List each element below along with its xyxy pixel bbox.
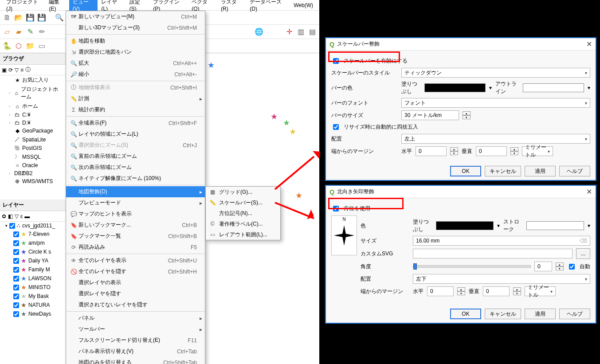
menubar-item[interactable]: データベース(D) bbox=[246, 0, 290, 14]
decoration-menu-item[interactable]: 方位記号(N)... bbox=[206, 208, 280, 219]
decoration-menu-item[interactable]: ©著作権ラベル(C)... bbox=[206, 219, 280, 229]
browser-item[interactable]: ○Oracle bbox=[0, 161, 66, 169]
north-svg-browse[interactable]: ... bbox=[576, 248, 590, 259]
north-horiz-spinner[interactable]: ▴▾ bbox=[457, 287, 465, 295]
tool-a-icon[interactable]: ▥ bbox=[295, 27, 306, 37]
help-button[interactable]: ヘルプ bbox=[559, 166, 590, 176]
world-icon[interactable]: 🌐 bbox=[254, 27, 264, 37]
angle-slider[interactable] bbox=[413, 265, 531, 268]
map-feature-star[interactable]: ★ bbox=[208, 60, 215, 70]
view-menu-item[interactable]: 地図整飾(D)▸ bbox=[66, 186, 205, 197]
layer-item[interactable]: ★MINISTO bbox=[0, 283, 66, 292]
edit-node-icon[interactable]: ✏ bbox=[36, 27, 47, 37]
layer-item[interactable]: ★am/pm bbox=[0, 239, 66, 247]
layers-style-icon[interactable]: ✿ bbox=[2, 213, 6, 219]
fill-color-dropdown[interactable]: ▾ bbox=[489, 85, 492, 91]
browser-tree[interactable]: ★お気に入り›⌂プロジェクトホーム›⌂ホーム›🗀C:¥›🗀D:¥◆GeoPack… bbox=[0, 75, 66, 200]
browser-item[interactable]: ›🗀D:¥ bbox=[0, 119, 66, 127]
view-menu-item[interactable]: ツールバー▸ bbox=[66, 324, 205, 335]
layer-item[interactable]: ★NewDays bbox=[0, 309, 66, 318]
layer-item[interactable]: ★NATURA bbox=[0, 301, 66, 309]
layer-item[interactable]: ★Circle K s bbox=[0, 247, 66, 256]
browser-item[interactable]: ★お気に入り bbox=[0, 75, 66, 85]
north-help-button[interactable]: ヘルプ bbox=[559, 309, 590, 319]
new-project-icon[interactable]: 🗎 bbox=[2, 12, 12, 23]
save-icon[interactable]: 💾 bbox=[25, 12, 35, 23]
edit-line-icon[interactable]: ▰ bbox=[13, 27, 24, 37]
view-menu-item[interactable]: ✋地図を移動 bbox=[66, 35, 205, 47]
cancel-button[interactable]: キャンセル bbox=[485, 166, 521, 176]
layers-tree[interactable]: ▾ ∴ cvs_jgd2011_★7-Eleven★am/pm★Circle K… bbox=[0, 222, 66, 364]
north-place-select[interactable]: 左下▾ bbox=[413, 274, 590, 284]
place-select[interactable]: 左上▾ bbox=[401, 134, 590, 144]
view-menu-item[interactable]: 💬マップのヒントを表示 bbox=[66, 208, 205, 219]
view-menu-item[interactable]: ⟳再読み込みF5 bbox=[66, 242, 205, 253]
menubar-item[interactable]: Web(W) bbox=[290, 0, 317, 10]
menubar-item[interactable]: プロジェクト(J) bbox=[3, 0, 45, 14]
font-select[interactable]: フォント▾ bbox=[401, 98, 590, 108]
edit-poly-icon[interactable]: ▱ bbox=[2, 27, 12, 37]
view-menu-item[interactable]: Σ統計の要約 bbox=[66, 104, 205, 115]
layer-item[interactable]: ★Family M bbox=[0, 265, 66, 274]
target-icon[interactable]: ✛ bbox=[284, 27, 294, 37]
decoration-menu-item[interactable]: 📏スケールバー(S)... bbox=[206, 197, 280, 208]
folder-icon[interactable]: 📁 bbox=[25, 41, 35, 51]
layers-add-icon[interactable]: ◧ bbox=[8, 213, 13, 219]
view-menu-item[interactable]: 🔍レイヤの領域にズーム(L) bbox=[66, 129, 205, 140]
browser-filter-icon[interactable]: ▽ bbox=[15, 67, 19, 73]
view-menu-item[interactable]: 🔍ネイティブ解像度にズーム (100%) bbox=[66, 173, 205, 184]
browser-refresh-icon[interactable]: ⟳ bbox=[8, 67, 13, 73]
layer-item[interactable]: ★My Bask bbox=[0, 292, 66, 301]
view-menu-item[interactable]: 🔎縮小Ctrl+Alt+- bbox=[66, 69, 205, 80]
browser-item[interactable]: ⊕WMS/WMTS bbox=[0, 177, 66, 185]
browser-info-icon[interactable]: ⓘ bbox=[25, 66, 31, 74]
view-menu-item[interactable]: パネル▸ bbox=[66, 313, 205, 324]
view-menu-item[interactable]: パネル表示切り替え(V)Ctrl+Tab bbox=[66, 346, 205, 357]
north-stroke-dropdown[interactable]: ▾ bbox=[588, 223, 590, 229]
north-horiz-input[interactable]: 0 bbox=[427, 286, 454, 296]
view-menu-item[interactable]: フルスクリーンモード切り替え(E)F11 bbox=[66, 335, 205, 346]
browser-item[interactable]: ›⌂プロジェクトホーム bbox=[0, 85, 66, 102]
view-menu-item[interactable]: 🗺新しいマップビュー(M)Ctrl+M bbox=[66, 11, 205, 22]
view-menu[interactable]: 🗺新しいマップビュー(M)Ctrl+M新しい3Dマップビュー(3)Ctrl+Sh… bbox=[66, 11, 205, 364]
snap-checkbox[interactable] bbox=[333, 124, 339, 130]
view-menu-item[interactable]: 地図のみを切り替えるCtrl+Shift+Tab bbox=[66, 357, 205, 364]
view-menu-item[interactable]: 🔖新しいブックマーク...Ctrl+B bbox=[66, 219, 205, 231]
view-menu-item[interactable]: 🔍直前の表示領域にズーム bbox=[66, 151, 205, 162]
decoration-submenu[interactable]: ▦グリッド(G)...📏スケールバー(S)...方位記号(N)...©著作権ラベ… bbox=[205, 186, 281, 240]
view-menu-item[interactable]: 選択レイヤの表示 bbox=[66, 277, 205, 288]
browser-item[interactable]: ◆GeoPackage bbox=[0, 127, 66, 135]
zoom-in-icon[interactable]: 🔍 bbox=[54, 12, 65, 23]
vert-input[interactable]: 0 bbox=[476, 146, 507, 156]
view-menu-item[interactable]: 選択レイヤを隠す bbox=[66, 288, 205, 299]
layer-item[interactable]: ★7-Eleven bbox=[0, 230, 66, 239]
layer-item[interactable]: ★Daily YA bbox=[0, 256, 66, 265]
map-feature-star[interactable]: ★ bbox=[271, 112, 278, 121]
close-icon[interactable]: ✕ bbox=[586, 188, 592, 196]
angle-spinner[interactable]: ▴▾ bbox=[556, 262, 564, 270]
layer-icon[interactable]: ▭ bbox=[36, 41, 47, 51]
view-menu-item[interactable]: プレビューモード▸ bbox=[66, 197, 205, 208]
layers-expr-icon[interactable]: ε bbox=[20, 213, 23, 219]
menubar-item[interactable]: ラスタ(R) bbox=[217, 0, 246, 14]
view-menu-item[interactable]: 選択されてないレイヤを隠す bbox=[66, 299, 205, 310]
decoration-menu-item[interactable]: ▭レイアウト範囲(L)... bbox=[206, 229, 280, 240]
size-spinner[interactable]: ▴▾ bbox=[463, 111, 471, 119]
layer-item[interactable]: ★LAWSON bbox=[0, 274, 66, 283]
size-input[interactable]: 30 メートル/km bbox=[401, 110, 459, 120]
north-vert-input[interactable]: 0 bbox=[483, 286, 510, 296]
view-menu-item[interactable]: 🔍拡大Ctrl+Alt++ bbox=[66, 58, 205, 69]
north-fill-dropdown[interactable]: ▾ bbox=[497, 223, 500, 229]
outline-color-swatch[interactable] bbox=[523, 83, 584, 92]
ok-button[interactable]: OK bbox=[450, 166, 481, 176]
view-menu-item[interactable]: ⇲選択部分に地図をパン bbox=[66, 47, 205, 58]
open-project-icon[interactable]: 📂 bbox=[13, 12, 24, 23]
map-feature-star[interactable]: ★ bbox=[283, 118, 290, 128]
north-ok-button[interactable]: OK bbox=[450, 309, 481, 319]
browser-collapse-icon[interactable]: ≡ bbox=[20, 67, 24, 73]
view-menu-item[interactable]: 👁全てのレイヤを表示Ctrl+Shift+U bbox=[66, 255, 205, 266]
vert-spinner[interactable]: ▴▾ bbox=[510, 147, 518, 155]
north-svg-input[interactable] bbox=[413, 249, 573, 258]
layers-filter-icon[interactable]: ▽ bbox=[15, 213, 19, 219]
view-menu-item[interactable]: 🔍全域表示(F)Ctrl+Shift+F bbox=[66, 117, 205, 129]
